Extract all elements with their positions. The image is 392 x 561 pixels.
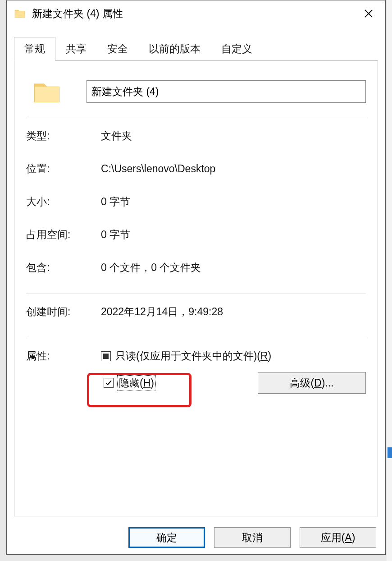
cancel-button[interactable]: 取消 [214,527,291,548]
type-row: 类型: 文件夹 [26,129,366,143]
created-row: 创建时间: 2022年12月14日，9:49:28 [26,305,366,319]
folder-name-input[interactable] [87,80,366,103]
type-value: 文件夹 [101,129,366,143]
folder-icon [14,8,26,19]
separator [26,338,366,338]
folder-large-icon [32,76,62,107]
size-label: 大小: [26,195,101,209]
background-accent [387,447,392,458]
size-on-disk-row: 占用空间: 0 字节 [26,228,366,242]
tab-customize[interactable]: 自定义 [211,37,263,61]
apply-button[interactable]: 应用(A) [300,527,376,548]
titlebar[interactable]: 新建文件夹 (4) 属性 [7,0,385,27]
readonly-checkbox[interactable]: 只读(仅应用于文件夹中的文件)(R) [101,349,271,363]
name-row [26,76,366,107]
separator [26,118,366,118]
location-value: C:\Users\lenovo\Desktop [101,163,366,175]
created-value: 2022年12月14日，9:49:28 [101,305,366,319]
size-on-disk-label: 占用空间: [26,228,101,242]
created-label: 创建时间: [26,305,101,319]
background-strip [387,0,392,561]
properties-dialog: 新建文件夹 (4) 属性 常规 共享 安全 以前的版本 自定义 [6,0,386,555]
dialog-button-bar: 确定 取消 应用(A) [128,527,376,548]
tab-sharing[interactable]: 共享 [55,37,97,61]
tabstrip: 常规 共享 安全 以前的版本 自定义 [14,37,378,61]
tab-security[interactable]: 安全 [97,37,138,61]
hidden-checkbox[interactable]: 隐藏(H) [104,376,155,390]
window-title: 新建文件夹 (4) 属性 [32,7,356,21]
attributes-label: 属性: [26,349,101,363]
close-icon [364,9,374,18]
checkbox-checked-icon [104,378,114,388]
size-row: 大小: 0 字节 [26,195,366,209]
hidden-label: 隐藏(H) [118,376,155,390]
general-panel: 类型: 文件夹 位置: C:\Users\lenovo\Desktop 大小: … [14,61,378,516]
ok-button[interactable]: 确定 [128,527,205,548]
advanced-button[interactable]: 高级(D)... [258,372,366,394]
close-button[interactable] [356,0,382,27]
location-label: 位置: [26,162,101,176]
contains-value: 0 个文件，0 个文件夹 [101,261,366,275]
size-value: 0 字节 [101,195,366,209]
attributes-section: 属性: 只读(仅应用于文件夹中的文件)(R) [26,349,366,394]
tab-general[interactable]: 常规 [14,37,55,61]
size-on-disk-value: 0 字节 [101,228,366,242]
checkbox-indeterminate-icon [101,351,111,361]
location-row: 位置: C:\Users\lenovo\Desktop [26,162,366,176]
tab-previous-versions[interactable]: 以前的版本 [138,37,211,61]
type-label: 类型: [26,129,101,143]
readonly-label: 只读(仅应用于文件夹中的文件)(R) [115,349,271,363]
contains-row: 包含: 0 个文件，0 个文件夹 [26,261,366,275]
tabs-area: 常规 共享 安全 以前的版本 自定义 类型: [7,27,385,516]
contains-label: 包含: [26,261,101,275]
separator [26,294,366,294]
